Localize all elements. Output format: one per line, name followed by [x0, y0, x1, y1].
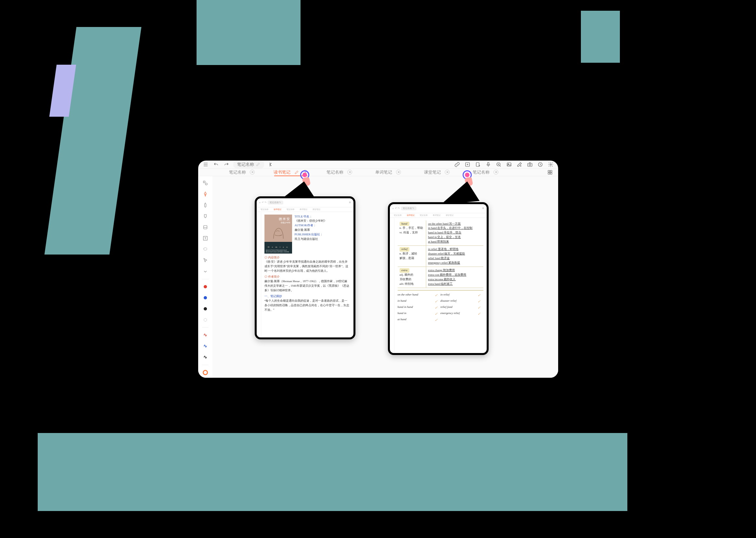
note-title-text: 笔记名称	[237, 162, 254, 167]
section-body: 赫尔曼·黑塞（Herman Hesse，1877-1962），德国作家，20世纪…	[264, 279, 350, 293]
settings-icon[interactable]	[547, 161, 554, 168]
word-pos: vt. 传递，支持	[400, 231, 418, 234]
preview-topbar: ≡↶ ↷笔记名称 ✎ ⚙	[390, 204, 487, 213]
preview-page: 德米安 彷徨少年时 D e m i a n 诺贝尔文学奖得主 黑塞 里程碑式名作…	[261, 212, 354, 338]
tab-label: 课堂笔记	[424, 169, 441, 175]
size-ring-orange[interactable]	[201, 368, 210, 377]
tool-rail: ∿ ∿ ∿ +	[198, 176, 213, 378]
tab-note-1[interactable]: 笔记名称 ✕	[218, 169, 266, 176]
phrase: in relief 显著地，鲜明地	[428, 247, 459, 251]
summary-term: hand in hand	[398, 305, 435, 310]
tab-class-notes[interactable]: 课堂笔记 ✕	[413, 169, 461, 176]
zoom-in-icon[interactable]	[495, 161, 502, 168]
menu-icon[interactable]	[202, 161, 209, 168]
close-icon[interactable]: ✕	[494, 170, 498, 175]
app-screen: 笔记名称 笔记名称 ✕ 读书笔记 ✕	[198, 161, 558, 378]
tab-label: 笔记名称	[229, 169, 246, 175]
section-body: 《德·安》讲述·少年辛克莱寻找通向自身之路的艰辛历程，出生并成长于“光明世界”的…	[264, 260, 350, 273]
separator	[202, 365, 209, 365]
stroke-style-blue[interactable]: ∿	[201, 342, 210, 350]
svg-rect-11	[550, 170, 552, 172]
check-icon: ✓	[478, 299, 484, 304]
microphone-icon[interactable]	[485, 161, 492, 168]
close-icon[interactable]: ✕	[396, 170, 401, 175]
undo-icon[interactable]	[213, 161, 220, 168]
svg-rect-2	[487, 162, 489, 165]
word-head: hand	[400, 222, 409, 226]
add-page-icon[interactable]	[464, 161, 471, 168]
separator	[202, 327, 209, 328]
close-icon[interactable]: ✕	[347, 170, 352, 175]
summary-term: hand in	[398, 311, 435, 317]
redo-icon[interactable]	[223, 161, 230, 168]
note-add-icon[interactable]	[474, 161, 482, 168]
tab-vocab-notes[interactable]: 单词笔记 ✕	[364, 169, 413, 176]
word-pos: adv. 特别地	[400, 282, 414, 286]
note-title-field[interactable]: 笔记名称	[233, 161, 264, 168]
phrase: relief fund 救济金	[428, 256, 450, 260]
tab-grid-icon[interactable]	[546, 169, 554, 176]
eraser-tool-icon[interactable]	[201, 223, 210, 232]
stroke-style-red[interactable]: ∿	[201, 331, 210, 339]
chevron-down-icon[interactable]	[201, 267, 210, 276]
cornell-grid: hand n. 手，手艺，帮助 vt. 传递，支持 on the other h…	[398, 220, 484, 288]
collapse-left-icon[interactable]	[267, 161, 274, 168]
text-tool-icon[interactable]	[201, 234, 210, 242]
shapes-tool-icon[interactable]	[201, 179, 210, 187]
clock-icon[interactable]	[537, 161, 544, 168]
color-swatch-white[interactable]	[201, 316, 210, 324]
check-icon: ✓	[478, 293, 484, 298]
stroke-style-black[interactable]: ∿	[201, 353, 210, 361]
top-toolbar: 笔记名称	[198, 161, 558, 169]
summary-term: relief fund	[441, 305, 478, 310]
phrase-block: extra charge 附加费用 extra cost 额外费用，追加费用 e…	[426, 267, 484, 288]
check-icon: ✓	[478, 305, 484, 310]
phrase: extra charge 附加费用	[428, 269, 455, 272]
pencil-tool-icon[interactable]	[201, 201, 210, 209]
phrase: at hand 即将到来	[428, 240, 449, 243]
word-head: extra	[400, 268, 410, 273]
phrase: extra cost 额外费用，追加费用	[428, 273, 466, 276]
check-icon: ✓	[478, 311, 484, 317]
page-canvas[interactable]: ≡↶ ↷笔记名称 ✎ ⚙ 笔记名称读书笔记笔记名称单词笔记课堂笔记 德米安 彷徨…	[213, 176, 558, 378]
pen-add-icon[interactable]	[516, 161, 523, 168]
tab-strip: 笔记名称 ✕ 读书笔记 ✕ 笔记名称 ✕ 单词笔记 ✕ 课堂笔记 ✕ 笔记名称	[198, 169, 558, 176]
tab-reading-notes[interactable]: 读书笔记 ✕	[266, 169, 315, 176]
pointer-tool-icon[interactable]	[201, 256, 210, 265]
lasso-tool-icon[interactable]	[201, 245, 210, 253]
preview-vocab-notes: ≡↶ ↷笔记名称 ✎ ⚙ 笔记名称读书笔记笔记名称单词笔记课堂笔记 hand	[388, 202, 489, 355]
summary-term: on the other hand	[398, 293, 435, 298]
edit-icon	[294, 170, 299, 175]
summary-term: emergency relief	[441, 311, 478, 317]
word-block: extra adj. 额外的 另收费的 adv. 特别地	[398, 267, 426, 288]
tab-label: 笔记名称	[326, 169, 343, 175]
check-icon: ✓	[435, 293, 441, 298]
highlighter-tool-icon[interactable]	[201, 212, 210, 220]
summary-term: in hand	[398, 299, 435, 304]
close-icon[interactable]: ✕	[303, 170, 308, 175]
tab-note-2[interactable]: 笔记名称 ✕	[315, 169, 364, 176]
summary-term: disaster relief	[441, 299, 478, 304]
color-swatch-black[interactable]	[201, 304, 210, 313]
link-icon[interactable]	[453, 161, 461, 168]
tab-label: 笔记名称	[473, 169, 490, 175]
svg-rect-4	[507, 163, 511, 166]
check-icon: ✓	[435, 305, 441, 310]
close-icon[interactable]: ✕	[250, 170, 255, 175]
word-block: hand n. 手，手艺，帮助 vt. 传递，支持	[398, 220, 426, 246]
phrase-block: on the other hand 另一方面 in hand 在手头，在进行中，…	[426, 220, 484, 246]
section-heading: 一、笔记摘抄	[264, 294, 350, 299]
bg-shape	[581, 11, 620, 63]
word-pos: n. 救济，减轻	[400, 252, 417, 255]
camera-icon[interactable]	[526, 161, 534, 168]
preview-tabstrip: 笔记名称读书笔记笔记名称单词笔记课堂笔记	[257, 207, 354, 212]
tab-label: 单词笔记	[375, 169, 392, 175]
word-head: relief	[400, 247, 410, 252]
fountain-pen-tool-icon[interactable]	[201, 190, 210, 198]
tab-note-3[interactable]: 笔记名称 ✕	[461, 169, 510, 176]
close-icon[interactable]: ✕	[445, 170, 449, 175]
color-swatch-blue[interactable]	[201, 294, 210, 302]
word-pos: adj. 额外的	[400, 273, 413, 276]
image-icon[interactable]	[505, 161, 513, 168]
color-swatch-red[interactable]	[201, 283, 210, 291]
